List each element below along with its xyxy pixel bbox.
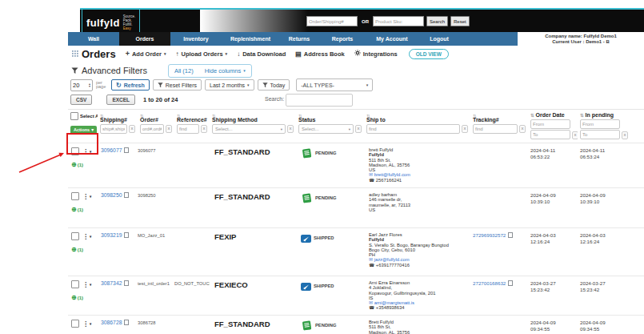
- nav-tab-wall[interactable]: Wall: [68, 32, 119, 46]
- type-filter-select[interactable]: -ALL TYPES- ▾: [296, 78, 373, 91]
- shipping-number-link[interactable]: 3093219: [101, 232, 122, 238]
- nav-tab-replenishment[interactable]: Replenishment: [222, 32, 279, 46]
- column-header-reference: ⇅Reference#x: [174, 111, 210, 140]
- old-view-button[interactable]: OLD VIEW: [409, 49, 449, 59]
- excel-button[interactable]: EXCEL: [106, 95, 135, 105]
- data-download-button[interactable]: ↓Data Download: [237, 50, 286, 58]
- sort-icon[interactable]: ⇅: [530, 113, 534, 118]
- shipping-number-link[interactable]: 3087342: [101, 280, 122, 286]
- reference-number: [174, 191, 210, 226]
- email-link[interactable]: brett@fulfyld.com: [374, 172, 410, 177]
- sort-icon[interactable]: ⇅: [580, 113, 584, 118]
- integrations-button[interactable]: Integrations: [354, 50, 398, 58]
- hide-columns-button[interactable]: Hide columns ▾: [199, 65, 251, 77]
- filter-status-select[interactable]: Select...▾: [298, 124, 354, 134]
- filter-method-select[interactable]: Select...▾: [212, 124, 286, 134]
- email-link[interactable]: jazz@fulfyld.com: [374, 257, 410, 262]
- spinner-arrows-icon[interactable]: ▴▾: [89, 82, 90, 88]
- row-checkbox[interactable]: [71, 232, 79, 240]
- email-link[interactable]: arni@margtsmatt.is: [374, 300, 414, 305]
- clear-filter-icon[interactable]: x: [287, 125, 294, 133]
- shipping-number-link[interactable]: 3098250: [101, 192, 122, 198]
- filter-order_date-to[interactable]: [530, 130, 570, 139]
- reset-filters-button[interactable]: Reset Filters: [153, 79, 202, 91]
- date-range-button[interactable]: Last 2 months ▾: [205, 79, 254, 91]
- page-header: Orders +Add Order▾↑Upload Orders▾↓Data D…: [68, 46, 644, 62]
- clear-filter-icon[interactable]: x: [622, 131, 628, 139]
- column-header-status: ⇅StatusSelect...▾x: [296, 111, 364, 140]
- row-checkbox[interactable]: [71, 320, 79, 328]
- tracking-number-link[interactable]: 272969932572: [473, 232, 506, 238]
- address-book-button[interactable]: ▤Address Book: [295, 50, 344, 58]
- add-circle-icon: ⊕: [71, 247, 77, 253]
- order-number: 3098250: [138, 191, 174, 226]
- tracking-number-link[interactable]: 272700168632: [473, 280, 506, 286]
- filter-in_pending-from[interactable]: [580, 119, 620, 129]
- shipping-number-link[interactable]: 3086728: [101, 320, 122, 325]
- advanced-filters-toggle[interactable]: Advanced Filters: [71, 66, 147, 75]
- nav-tab-inventory[interactable]: Inventory: [170, 32, 222, 46]
- ship-to-cell: brett FulfyldFulfyld511 8th St,Madison, …: [364, 146, 470, 186]
- item-count-badge[interactable]: ⊕(1): [71, 295, 98, 301]
- copy-icon[interactable]: [124, 320, 129, 325]
- row-menu-button[interactable]: ⋮▾: [82, 233, 91, 240]
- clear-filter-icon[interactable]: x: [572, 131, 578, 139]
- clear-filter-icon[interactable]: x: [355, 125, 362, 133]
- nav-tab-orders[interactable]: Orders: [119, 32, 170, 46]
- nav-tab-my-account[interactable]: My Account: [366, 32, 418, 46]
- clear-filter-icon[interactable]: x: [166, 125, 172, 133]
- copy-icon[interactable]: [124, 232, 129, 238]
- refresh-button[interactable]: ↻ Refresh: [111, 79, 150, 91]
- csv-button[interactable]: CSV: [70, 95, 92, 105]
- clear-filter-icon[interactable]: x: [519, 125, 526, 133]
- row-menu-button[interactable]: ⋮▾: [82, 281, 91, 288]
- filter-in_pending-to[interactable]: [580, 130, 620, 139]
- reset-button[interactable]: Reset: [450, 16, 470, 26]
- sku-search-input[interactable]: [373, 16, 424, 26]
- shipping-number-link[interactable]: 3096077: [101, 147, 122, 153]
- select-all-checkbox[interactable]: Select All: [70, 112, 98, 120]
- row-menu-button[interactable]: ⋮▾: [82, 148, 91, 155]
- column-select-all: Select AllActions ▾: [68, 111, 98, 140]
- filter-ship_to-input[interactable]: [366, 124, 460, 134]
- columns-all-button[interactable]: All (12): [169, 65, 199, 77]
- add-order-button[interactable]: +Add Order▾: [126, 50, 166, 58]
- integrations-icon: [354, 50, 361, 58]
- row-checkbox[interactable]: [71, 192, 79, 200]
- clear-filter-icon[interactable]: x: [462, 125, 468, 133]
- copy-icon[interactable]: [124, 147, 129, 153]
- search-button[interactable]: Search: [426, 16, 448, 26]
- reference-number: [174, 146, 210, 186]
- row-menu-button[interactable]: ⋮▾: [82, 320, 91, 328]
- order-search-input[interactable]: [306, 16, 358, 26]
- item-count-badge[interactable]: ⊕(1): [71, 247, 98, 253]
- copy-icon[interactable]: [508, 232, 513, 238]
- nav-tab-returns[interactable]: Returns: [279, 32, 319, 46]
- funnel-icon: [262, 82, 268, 88]
- checkbox-icon: [70, 112, 78, 120]
- item-count-badge[interactable]: ⊕(1): [71, 207, 98, 213]
- filter-order-input[interactable]: [140, 124, 164, 134]
- row-checkbox[interactable]: [71, 147, 79, 155]
- clear-filter-icon[interactable]: x: [201, 125, 207, 133]
- filter-shipping-input[interactable]: [100, 124, 127, 134]
- upload-orders-button[interactable]: ↑Upload Orders▾: [176, 50, 228, 58]
- clear-filter-icon[interactable]: x: [129, 125, 135, 133]
- row-menu-button[interactable]: ⋮▾: [82, 193, 91, 200]
- item-count-badge[interactable]: ⊕(1): [71, 162, 98, 168]
- nav-tab-reports[interactable]: Reports: [319, 32, 366, 46]
- today-button[interactable]: Today: [258, 79, 290, 91]
- filter-reference-input[interactable]: [177, 124, 199, 134]
- copy-icon[interactable]: [508, 280, 513, 286]
- nav-tab-logout[interactable]: Logout: [418, 32, 460, 46]
- add-circle-icon: ⊕: [71, 295, 77, 301]
- per-page-input[interactable]: 20 ▴▾: [70, 79, 93, 91]
- row-checkbox[interactable]: [71, 280, 79, 288]
- ship-to-phone: ☎ 2567166241: [369, 178, 469, 183]
- copy-icon[interactable]: [124, 280, 129, 286]
- actions-button[interactable]: Actions ▾: [70, 126, 97, 135]
- filter-tracking-input[interactable]: [473, 124, 518, 134]
- copy-icon[interactable]: [124, 192, 129, 198]
- filter-order_date-from[interactable]: [530, 119, 570, 129]
- table-search-input[interactable]: [286, 94, 353, 107]
